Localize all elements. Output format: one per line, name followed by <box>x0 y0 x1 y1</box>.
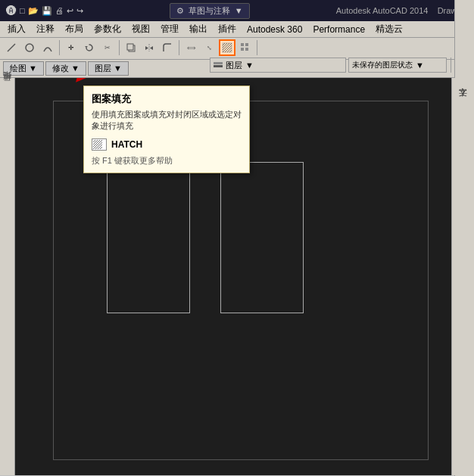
hatch-btn[interactable] <box>219 39 235 56</box>
layer-tab[interactable]: 图层 ▼ <box>88 61 129 76</box>
print-icon[interactable]: 🖨 <box>55 6 64 15</box>
circle-btn[interactable] <box>21 39 38 56</box>
undo-icon[interactable]: ↩ <box>67 6 73 16</box>
chevron2-icon: ▼ <box>416 61 424 70</box>
svg-rect-17 <box>245 43 248 46</box>
mirror-btn[interactable] <box>141 39 157 56</box>
menu-layout[interactable]: 布局 <box>61 21 88 37</box>
drawing-box-left <box>107 162 190 313</box>
hatch-command-label: HATCH <box>111 139 142 150</box>
sep5 <box>451 58 451 73</box>
tooltip-title: 图案填充 <box>92 92 242 106</box>
menu-parametric[interactable]: 参数化 <box>89 21 126 37</box>
layer-label: 图层 <box>226 60 242 71</box>
workspace-label: 草图与注释 <box>189 5 230 17</box>
svg-line-12 <box>223 43 232 52</box>
layer-dropdown[interactable]: 图层 ▼ <box>210 58 346 73</box>
chevron-icon: ▼ <box>245 61 254 70</box>
title-right: Autodesk AutoCAD 2014 Drawing <box>336 6 468 15</box>
stretch-btn[interactable]: ⟺ <box>182 39 199 56</box>
svg-point-1 <box>26 44 33 51</box>
state-dropdown[interactable]: 未保存的图层状态 ▼ <box>348 58 447 73</box>
svg-rect-21 <box>214 65 223 67</box>
modify-tab-label: 修改 ▼ <box>52 64 80 73</box>
sep1 <box>59 40 60 55</box>
arc-btn[interactable] <box>39 39 56 56</box>
modify-tab[interactable]: 修改 ▼ <box>45 61 86 76</box>
svg-line-10 <box>223 43 227 48</box>
title-center: ⚙ 草图与注释 ▼ <box>88 3 332 19</box>
line-btn[interactable] <box>3 39 20 56</box>
svg-rect-20 <box>214 62 223 64</box>
menu-plugin[interactable]: 插件 <box>214 21 241 37</box>
svg-rect-18 <box>241 48 244 51</box>
menu-insert[interactable]: 插入 <box>3 21 30 37</box>
svg-rect-4 <box>127 44 133 50</box>
svg-rect-16 <box>241 43 244 46</box>
save-icon[interactable]: 💾 <box>42 6 52 16</box>
toolbar-area: ✛ ✂ ⟺ ⤡ <box>0 38 474 60</box>
svg-line-14 <box>227 48 232 52</box>
sep4 <box>257 40 257 55</box>
menu-autodesk360[interactable]: Autodesk 360 <box>242 23 307 36</box>
toolbar-row-1: ✛ ✂ ⟺ ⤡ <box>0 38 474 59</box>
svg-marker-7 <box>150 46 153 50</box>
svg-line-0 <box>8 44 15 51</box>
rotate-btn[interactable] <box>81 39 98 56</box>
tooltip-popup: 图案填充 使用填充图案或填充对封闭区域或选定对象进行填充 HATCH <box>83 86 250 173</box>
menu-performance[interactable]: Performance <box>308 23 370 36</box>
tooltip-hint: 按 F1 键获取更多帮助 <box>92 155 242 166</box>
app-title: Autodesk AutoCAD 2014 <box>336 6 429 15</box>
app-icon: 🅐 <box>6 5 17 17</box>
menu-featured[interactable]: 精选云 <box>371 21 407 37</box>
sep2 <box>119 40 120 55</box>
svg-line-15 <box>229 50 232 52</box>
tooltip-command-row: HATCH <box>92 138 242 151</box>
menu-bar: 插入 注释 布局 参数化 视图 管理 输出 插件 Autodesk 360 Pe… <box>0 21 474 38</box>
open-icon[interactable]: 📂 <box>28 6 39 16</box>
fillet-btn[interactable] <box>159 39 176 56</box>
drawing-box-right <box>220 162 304 313</box>
menu-annotation[interactable]: 注释 <box>32 21 59 37</box>
menu-output[interactable]: 输出 <box>185 21 212 37</box>
draw-tab-label: 绘图 ▼ <box>10 64 37 73</box>
tooltip-description: 使用填充图案或填充对封闭区域或选定对象进行填充 <box>92 109 242 132</box>
canvas-area[interactable]: 图案填充 使用填充图案或填充对封闭区域或选定对象进行填充 HATCH <box>15 78 451 475</box>
arrow-container <box>76 78 98 86</box>
scale-btn[interactable]: ⤡ <box>201 39 217 56</box>
chevron-down-icon: ▼ <box>235 6 243 15</box>
toolbar-right: 图层 ▼ 未保存的图层状态 ▼ 0 <box>210 58 471 73</box>
redo-icon[interactable]: ↪ <box>76 6 83 16</box>
menu-manage[interactable]: 管理 <box>156 21 183 37</box>
left-sidebar: 二维框架 <box>0 78 15 475</box>
hatch-command-icon <box>92 138 107 151</box>
menu-view[interactable]: 视图 <box>127 21 154 37</box>
draw-tab[interactable]: 绘图 ▼ <box>3 61 44 76</box>
array-btn[interactable] <box>237 39 254 56</box>
new-icon[interactable]: □ <box>20 6 25 15</box>
state-label: 未保存的图层状态 <box>352 60 413 70</box>
title-bar-left-icons: 🅐 □ 📂 💾 🖨 ↩ ↪ <box>6 5 83 17</box>
svg-rect-19 <box>245 48 248 51</box>
right-panel: 文字 <box>451 78 474 475</box>
workspace-dropdown[interactable]: ⚙ 草图与注释 ▼ <box>170 3 250 19</box>
copy-btn[interactable] <box>123 39 139 56</box>
layer-tab-label: 图层 ▼ <box>95 64 122 73</box>
move-btn[interactable]: ✛ <box>63 39 80 56</box>
svg-marker-2 <box>85 46 88 48</box>
gear-icon: ⚙ <box>176 6 184 16</box>
title-bar: 🅐 □ 📂 💾 🖨 ↩ ↪ ⚙ 草图与注释 ▼ Autodesk AutoCAD… <box>0 0 474 21</box>
sep3 <box>179 40 179 55</box>
layer-icon <box>214 61 223 70</box>
main-content: 二维框架 图案填充 使用填充图案或填充对封闭区域或选定对象进行填充 <box>0 78 474 475</box>
svg-line-9 <box>223 43 225 45</box>
svg-marker-6 <box>145 46 148 50</box>
trim-btn[interactable]: ✂ <box>99 39 116 56</box>
